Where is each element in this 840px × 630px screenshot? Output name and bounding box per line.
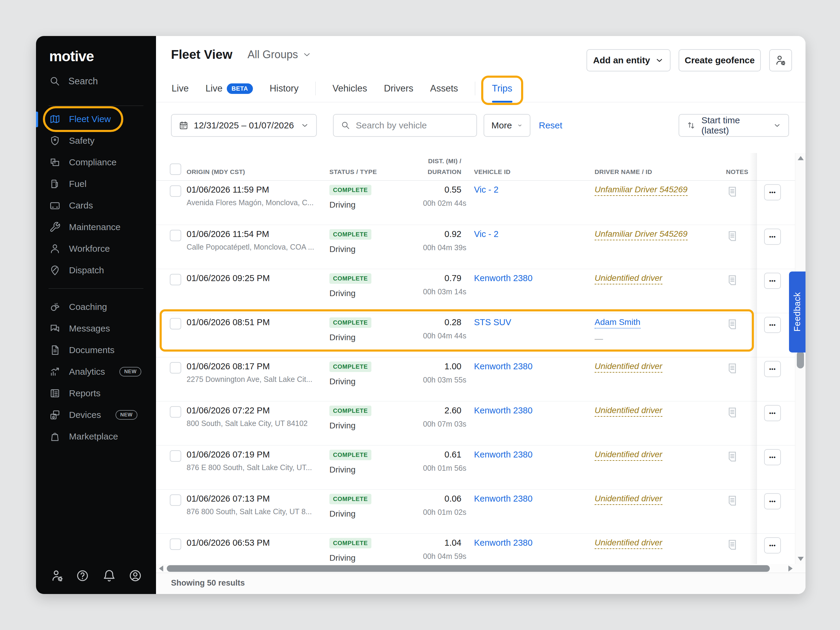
tab-history[interactable]: History <box>270 75 298 102</box>
sidebar-item-analytics[interactable]: AnalyticsNEW <box>36 361 156 382</box>
user-settings-button[interactable] <box>51 569 64 583</box>
vehicle-link[interactable]: Kenworth 2380 <box>474 450 532 459</box>
sidebar-item-coaching[interactable]: Coaching <box>36 296 156 318</box>
sidebar-item-dispatch[interactable]: Dispatch <box>36 259 156 281</box>
tab-trips[interactable]: Trips <box>492 75 512 102</box>
sort-selector[interactable]: Start time (latest) <box>679 114 789 137</box>
row-actions-button[interactable]: ••• <box>764 273 781 289</box>
horizontal-scrollbar-thumb[interactable] <box>167 565 770 572</box>
driver-link[interactable]: Unidentified driver <box>595 406 662 417</box>
sidebar-item-maintenance[interactable]: Maintenance <box>36 216 156 238</box>
driver-link[interactable]: Unidentified driver <box>595 273 662 284</box>
vehicle-link[interactable]: Kenworth 2380 <box>474 273 532 283</box>
row-checkbox[interactable] <box>170 494 181 506</box>
row-checkbox[interactable] <box>170 362 181 374</box>
scroll-down-arrow[interactable] <box>798 557 804 561</box>
feedback-tab[interactable]: Feedback <box>789 272 805 352</box>
vehicle-link[interactable]: Kenworth 2380 <box>474 494 532 504</box>
trip-datetime: 01/06/2026 08:51 PM <box>186 317 329 327</box>
sidebar-item-compliance[interactable]: Compliance <box>36 152 156 173</box>
tab-live-beta[interactable]: LiveBETA <box>205 75 253 102</box>
vehicle-link[interactable]: Vic - 2 <box>474 229 499 239</box>
select-all-checkbox[interactable] <box>170 164 181 175</box>
cell-checkbox <box>170 534 186 564</box>
row-actions-button[interactable]: ••• <box>764 493 781 509</box>
vertical-scrollbar-thumb[interactable] <box>797 351 804 368</box>
reset-filters-link[interactable]: Reset <box>539 114 562 137</box>
sidebar-item-cards[interactable]: Cards <box>36 195 156 216</box>
column-gap <box>461 357 474 401</box>
tab-vehicles[interactable]: Vehicles <box>332 75 367 102</box>
cell-status: COMPLETEDriving <box>329 181 423 225</box>
scroll-up-arrow[interactable] <box>798 156 804 160</box>
note-icon[interactable] <box>726 538 739 552</box>
driver-link[interactable]: Unidentified driver <box>595 450 662 461</box>
driver-link[interactable]: Unfamiliar Driver 545269 <box>595 185 688 196</box>
note-icon[interactable] <box>726 450 739 464</box>
sidebar-item-marketplace[interactable]: Marketplace <box>36 426 156 447</box>
sidebar-item-fleet-view[interactable]: Fleet View <box>36 108 156 130</box>
row-actions-button[interactable]: ••• <box>764 405 781 421</box>
sidebar-item-workforce[interactable]: Workforce <box>36 238 156 259</box>
table-header: ORIGIN (MDY CST) STATUS / TYPE DIST. (MI… <box>156 153 795 181</box>
row-checkbox[interactable] <box>170 450 181 462</box>
row-actions-button[interactable]: ••• <box>764 317 781 333</box>
row-checkbox[interactable] <box>170 318 181 329</box>
row-checkbox[interactable] <box>170 538 181 550</box>
sidebar-item-documents[interactable]: Documents <box>36 339 156 361</box>
driver-link[interactable]: Unfamiliar Driver 545269 <box>595 229 688 240</box>
row-checkbox[interactable] <box>170 185 181 197</box>
sidebar-item-fuel[interactable]: Fuel <box>36 173 156 195</box>
tab-assets[interactable]: Assets <box>430 75 458 102</box>
row-checkbox[interactable] <box>170 230 181 241</box>
driver-link[interactable]: Unidentified driver <box>595 494 662 505</box>
note-icon[interactable] <box>726 317 739 331</box>
vehicle-link[interactable]: Kenworth 2380 <box>474 406 532 415</box>
row-actions-button[interactable]: ••• <box>764 449 781 465</box>
account-button[interactable] <box>128 569 142 583</box>
cell-vehicle: Vic - 2 <box>474 181 595 225</box>
horizontal-scrollbar[interactable] <box>156 564 805 573</box>
note-icon[interactable] <box>726 273 739 287</box>
row-actions-button[interactable]: ••• <box>764 229 781 245</box>
row-actions-button[interactable]: ••• <box>764 184 781 201</box>
driver-link[interactable]: Unidentified driver <box>595 362 662 373</box>
vertical-scrollbar[interactable] <box>795 153 805 564</box>
sidebar-search[interactable]: Search <box>49 76 98 87</box>
row-checkbox[interactable] <box>170 406 181 418</box>
cell-origin: 01/06/2026 07:22 PM800 South, Salt Lake … <box>186 401 329 445</box>
sidebar-item-devices[interactable]: DevicesNEW <box>36 404 156 426</box>
more-filters-button[interactable]: More <box>483 114 531 137</box>
vehicle-link[interactable]: STS SUV <box>474 317 511 327</box>
tab-live[interactable]: Live <box>172 75 189 102</box>
note-icon[interactable] <box>726 406 739 419</box>
create-geofence-button[interactable]: Create geofence <box>679 49 761 71</box>
row-actions-button[interactable]: ••• <box>764 537 781 554</box>
trip-distance: 1.00 <box>423 362 461 371</box>
sidebar-item-safety[interactable]: Safety <box>36 130 156 152</box>
admin-settings-button[interactable] <box>769 49 792 71</box>
sidebar-item-messages[interactable]: Messages <box>36 318 156 339</box>
row-actions-button[interactable]: ••• <box>764 361 781 377</box>
date-range-filter[interactable]: 12/31/2025 – 01/07/2026 <box>171 114 317 137</box>
note-icon[interactable] <box>726 494 739 508</box>
driver-link[interactable]: Adam Smith <box>595 317 641 328</box>
note-icon[interactable] <box>726 185 739 199</box>
driver-link[interactable]: Unidentified driver <box>595 538 662 549</box>
sidebar-item-label: Messages <box>69 324 110 333</box>
note-icon[interactable] <box>726 229 739 243</box>
vehicle-search-input[interactable]: Search by vehicle <box>333 114 477 137</box>
add-entity-button[interactable]: Add an entity <box>586 49 671 71</box>
vehicle-link[interactable]: Kenworth 2380 <box>474 362 532 371</box>
group-selector[interactable]: All Groups <box>248 45 312 64</box>
help-button[interactable] <box>76 569 89 583</box>
notifications-button[interactable]: 9 <box>102 569 116 583</box>
sidebar-item-reports[interactable]: Reports <box>36 382 156 404</box>
row-checkbox[interactable] <box>170 274 181 285</box>
tab-drivers[interactable]: Drivers <box>384 75 414 102</box>
scroll-left-arrow[interactable] <box>159 565 163 572</box>
vehicle-link[interactable]: Vic - 2 <box>474 185 499 194</box>
note-icon[interactable] <box>726 362 739 375</box>
vehicle-link[interactable]: Kenworth 2380 <box>474 538 532 548</box>
scroll-right-arrow[interactable] <box>788 565 793 572</box>
